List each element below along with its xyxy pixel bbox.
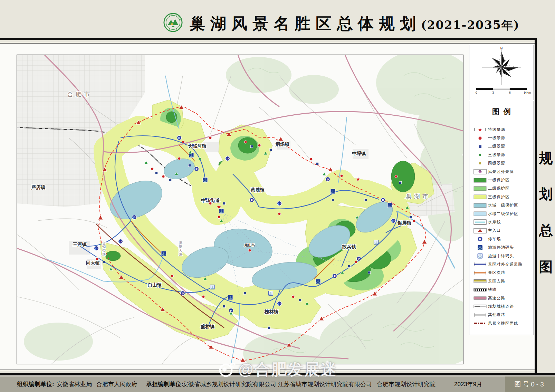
legend-symbol-dot <box>472 135 488 141</box>
legend-symbol-swatch <box>472 202 488 209</box>
legend-item-7: 二级保护区 <box>469 184 534 193</box>
grade2-resource-icon <box>223 305 225 307</box>
svg-text:⚓: ⚓ <box>162 251 166 256</box>
svg-text:N: N <box>500 47 503 50</box>
legend-item-19: 铁路 <box>469 285 534 294</box>
star-resource-icon: ★ <box>217 204 221 210</box>
svg-text:P: P <box>251 199 253 202</box>
legend-item-10: 水域二级保护区 <box>469 210 534 218</box>
legend-symbol-line <box>472 312 488 318</box>
scenic-area-emblem-icon <box>163 12 183 32</box>
legend-item-1: 一级景源 <box>469 134 534 142</box>
town-label: 白山镇 <box>148 282 162 287</box>
grade2-resource-icon <box>332 199 334 201</box>
road-label: 滨湖大道 <box>179 241 182 256</box>
legend-item-16: 景区对外交通道路 <box>469 260 534 268</box>
town-label: 盛桥镇 <box>200 324 215 329</box>
grade1-resource-icon <box>292 295 295 298</box>
org-label: 组织编制单位: <box>17 376 54 392</box>
svg-text:P: P <box>119 240 122 243</box>
grade1-resource-icon <box>171 275 174 277</box>
grade2-resource-icon <box>409 216 412 218</box>
sheet-name-char-2: 总 <box>539 221 553 240</box>
grade1-resource-icon <box>178 157 181 160</box>
legend-title: 图例 <box>469 107 534 116</box>
legend-symbol-swatch <box>472 211 488 217</box>
legend-label: 特级景源 <box>488 127 505 132</box>
legend-symbol-line <box>472 270 488 276</box>
legend-label: 旅游停泊码头 <box>488 245 514 250</box>
legend-item-15: ⚓旅游中转码头 <box>469 252 534 260</box>
legend-label: 风景区外景源 <box>488 169 514 174</box>
legend-label: 水域一级保护区 <box>488 203 518 208</box>
grade1-resource-icon <box>258 144 261 147</box>
grade2-resource-icon <box>188 164 191 166</box>
grade2-resource-icon <box>299 299 301 301</box>
map-frame: 合肥市巢湖市严店镇三河镇同大镇白山镇盛桥镇槐林镇散兵镇银屏镇中垾镇炯炀镇长临河镇… <box>17 55 463 364</box>
grade1-resource-icon <box>310 158 313 161</box>
svg-text:6: 6 <box>509 91 511 94</box>
legend-symbol-swatch <box>472 194 488 200</box>
sheet-name-char-3: 图 <box>539 257 553 276</box>
svg-text:P: P <box>178 136 180 140</box>
legend-symbol-double-line <box>472 278 488 284</box>
svg-text:P: P <box>479 238 481 241</box>
road-label: 合铜公路 <box>102 241 106 256</box>
legend-label: 一级保护区 <box>488 178 510 183</box>
legend-label: 景区对外交通道路 <box>488 262 523 267</box>
planning-map: 合肥市巢湖市严店镇三河镇同大镇白山镇盛桥镇槐林镇散兵镇银屏镇中垾镇炯炀镇长临河镇… <box>17 55 463 364</box>
svg-text:⚓: ⚓ <box>374 240 378 245</box>
grade2-resource-icon <box>223 202 225 204</box>
grade2-resource-icon <box>399 181 401 184</box>
legend-panel: 图例 ★特级景源一级景源二级景源三级景源四级景源风景区外景源一级保护区二级保护区… <box>469 101 534 335</box>
grade2-resource-icon <box>103 261 105 263</box>
legend-item-18: 景区支路 <box>469 277 534 285</box>
legend-symbol-thick-line <box>472 295 488 301</box>
town-label: 同大镇 <box>86 260 100 266</box>
svg-text:P: P <box>278 202 280 205</box>
grade1-resource-icon <box>182 141 185 143</box>
legend-item-17: 景区次路 <box>469 269 534 277</box>
legend-label: 二级保护区 <box>488 186 510 191</box>
legend-item-3: 三级景源 <box>469 151 534 159</box>
svg-text:⚓: ⚓ <box>388 203 392 208</box>
legend-symbol-anchor-light: ⚓ <box>472 253 488 259</box>
grade1-resource-icon <box>340 174 343 177</box>
svg-text:⚓: ⚓ <box>203 178 208 182</box>
svg-text:P: P <box>195 168 198 171</box>
legend-item-9: 水域一级保护区 <box>469 201 534 210</box>
town-label: 炯炀镇 <box>275 142 290 147</box>
town-label: 姥山岛 <box>244 243 255 247</box>
legend-symbol-gradient-line <box>472 303 488 309</box>
plan-sheet: { "title": { "main": "巢湖风景名胜区总体规划", "suf… <box>0 0 555 392</box>
org-value-1: 安徽省林业局 <box>57 376 92 392</box>
grade1-resource-icon <box>209 136 212 139</box>
grade2-resource-icon <box>268 326 270 329</box>
sheet-name-strip: 规划总图 <box>537 38 555 375</box>
legend-label: 水域二级保护区 <box>488 211 518 217</box>
grade1-resource-icon <box>244 141 247 143</box>
footer-date: 2023年9月 <box>454 376 482 392</box>
legend-item-0: ★特级景源 <box>469 125 534 134</box>
legend-label: 三级保护区 <box>488 194 510 200</box>
legend-item-2: 二级景源 <box>469 142 534 151</box>
legend-item-20: 高速公路 <box>469 294 534 302</box>
svg-text:P: P <box>278 302 280 306</box>
page-title: 巢湖风景名胜区总体规划(2021-2035年) <box>189 13 520 35</box>
star-resource-icon: ★ <box>356 176 360 182</box>
svg-text:⚓: ⚓ <box>478 246 482 250</box>
legend-symbol-p-icon: P <box>472 236 488 242</box>
grade1-resource-icon <box>218 216 220 219</box>
legend-label: 主入口 <box>488 228 501 233</box>
grade1-resource-icon <box>151 168 154 170</box>
legend-symbol-dot-sm <box>472 152 488 158</box>
svg-text:⚓: ⚓ <box>316 279 320 284</box>
svg-text:⚓: ⚓ <box>331 189 335 194</box>
grade2-resource-icon <box>243 292 246 294</box>
legend-symbol-boxed-triangle <box>472 228 488 234</box>
org-value-2: 合肥市人民政府 <box>96 376 137 392</box>
top-thick-rule <box>0 38 537 40</box>
watermark: @合肥发展迷 <box>217 359 337 380</box>
legend-items: ★特级景源一级景源二级景源三级景源四级景源风景区外景源一级保护区二级保护区三级保… <box>469 125 534 327</box>
north-rose-icon: N0369 Km <box>469 45 534 100</box>
